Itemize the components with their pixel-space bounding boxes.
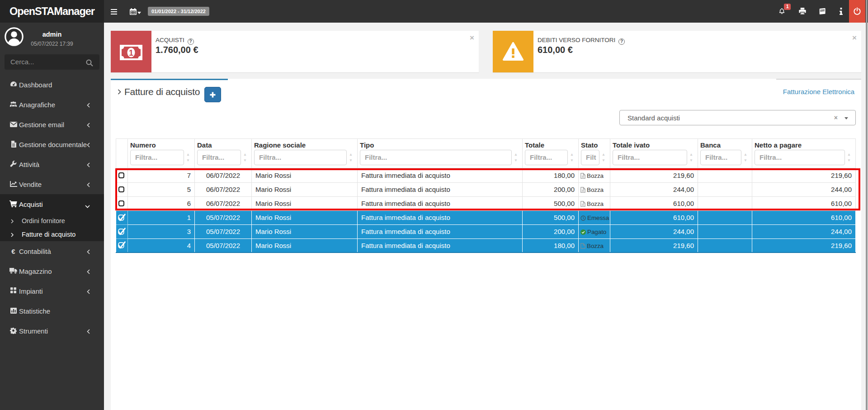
svg-text:1: 1	[129, 48, 133, 57]
